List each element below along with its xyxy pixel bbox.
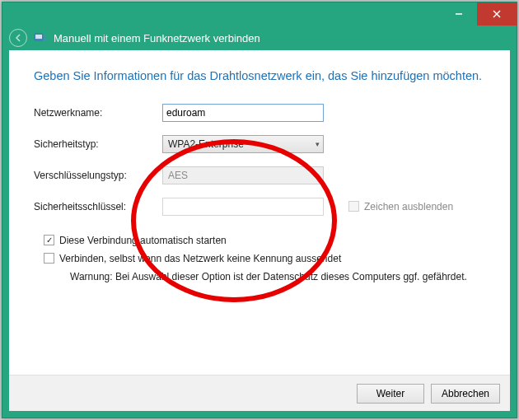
security-type-value: WPA2-Enterprise	[168, 138, 244, 150]
back-button[interactable]	[9, 29, 27, 47]
titlebar	[2, 2, 517, 26]
warning-text: Warnung: Bei Auswahl dieser Option ist d…	[70, 271, 489, 282]
footer: Weiter Abbrechen	[9, 375, 510, 411]
chevron-down-icon: ▾	[316, 140, 320, 148]
hide-chars-checkbox	[348, 201, 359, 212]
window-title: Manuell mit einem Funknetzwerk verbinden	[54, 32, 260, 44]
content-panel: Geben Sie Informationen für das Drahtlos…	[9, 50, 510, 411]
security-key-input	[162, 198, 324, 216]
security-type-select[interactable]: WPA2-Enterprise ▾	[162, 135, 324, 153]
auto-start-checkbox[interactable]: ✓	[44, 235, 54, 245]
svg-rect-4	[35, 35, 42, 39]
network-name-input[interactable]	[162, 104, 324, 122]
encryption-type-value: AES	[168, 170, 188, 181]
connect-hidden-label: Verbinden, selbst wenn das Netzwerk kein…	[59, 253, 341, 264]
connect-hidden-checkbox[interactable]	[44, 253, 54, 264]
cancel-button[interactable]: Abbrechen	[431, 384, 500, 404]
next-button[interactable]: Weiter	[357, 384, 424, 404]
auto-start-label: Diese Verbindung automatisch starten	[59, 235, 227, 246]
header-bar: Manuell mit einem Funknetzwerk verbinden	[2, 26, 517, 50]
chevron-down-icon: ▾	[316, 171, 320, 180]
wifi-icon	[34, 31, 47, 44]
wizard-window: Manuell mit einem Funknetzwerk verbinden…	[2, 2, 517, 418]
network-name-label: Netzwerkname:	[34, 107, 162, 119]
security-key-label: Sicherheitsschlüssel:	[34, 201, 162, 212]
encryption-type-label: Verschlüsselungstyp:	[34, 170, 162, 181]
hide-chars-label: Zeichen ausblenden	[364, 201, 453, 212]
security-type-label: Sicherheitstyp:	[34, 138, 162, 150]
minimize-button[interactable]	[441, 2, 477, 26]
page-heading: Geben Sie Informationen für das Drahtlos…	[34, 68, 489, 85]
close-button[interactable]	[477, 2, 517, 26]
encryption-type-select: AES ▾	[162, 166, 324, 184]
